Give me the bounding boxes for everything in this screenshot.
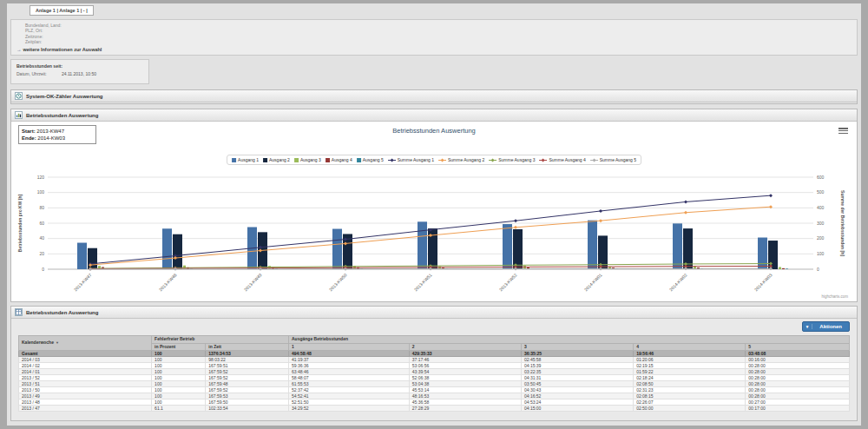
table-cell: 00:16:00 [746, 357, 850, 363]
x-tick-label: 2014-KW03 [753, 272, 773, 292]
y-right-tick: 300 [817, 221, 825, 226]
x-tick-label: 2013-KW49 [243, 272, 263, 292]
col-subheader: in Prozent [152, 343, 206, 351]
bar[interactable] [779, 267, 781, 269]
table-row: 2014 / 02100167:59:5159:36:3653:06:5604:… [19, 363, 850, 369]
x-tick-label: 2013-KW50 [328, 272, 348, 292]
aktionen-button[interactable]: ▾ Aktionen [802, 321, 850, 332]
table-cell: 19:56:46 [634, 351, 746, 357]
bar[interactable] [588, 221, 597, 269]
table-cell: 02:19:15 [634, 363, 746, 369]
series-marker[interactable] [514, 226, 517, 229]
y-right-tick: 400 [817, 205, 825, 210]
x-tick-label: 2013-KW51 [413, 272, 433, 292]
y-left-tick: 40 [39, 235, 44, 241]
bar[interactable] [768, 241, 778, 269]
table-cell: 00:28:00 [746, 375, 850, 381]
table-cell: 04:16:52 [521, 393, 633, 399]
bar[interactable] [503, 224, 512, 269]
table-cell: Gesamt [19, 351, 152, 357]
table-cell: 54:52:41 [289, 393, 410, 399]
section-system-ok-title: System-OK-Zähler Auswertung [26, 94, 102, 99]
table-cell: 04:53:24 [521, 399, 633, 406]
table-cell: 01:20:06 [634, 357, 746, 363]
series-marker[interactable] [769, 194, 773, 197]
table-row-gesamt: Gesamt1001376:34:53494:58:48429:35:3336:… [19, 351, 850, 357]
table-cell: 02:50:00 [634, 406, 746, 412]
tab-anlage[interactable]: Anlage 1 | Anlage 1 | - | [30, 5, 94, 16]
table-cell: 00:28:00 [746, 369, 850, 375]
bar[interactable] [88, 248, 97, 269]
series-marker[interactable] [514, 219, 517, 222]
chart-credit[interactable]: highcharts.com [821, 294, 848, 299]
since-label: Datum, Uhrzeit: [16, 71, 47, 76]
col-header-kalenderwoche[interactable]: Kalenderwoche▼ [19, 336, 152, 351]
y-right-tick: 200 [817, 235, 825, 241]
table-cell: 00:27:00 [746, 399, 850, 406]
table-cell: 41:19:37 [289, 357, 410, 363]
sort-icon: ▼ [56, 340, 59, 345]
table-cell: 102:33:54 [206, 406, 289, 412]
table-cell: 61.1 [152, 406, 206, 412]
table-row: 2013 / 52100167:59:5258:48:0752:06:3804:… [19, 375, 850, 381]
table-cell: 04:30:43 [521, 387, 633, 393]
bar[interactable] [77, 243, 87, 269]
series-marker[interactable] [684, 200, 687, 203]
bar[interactable] [332, 229, 342, 269]
y-left-tick: 20 [39, 251, 44, 256]
table-cell: 167:59:52 [206, 387, 289, 393]
table-cell: 2013 / 48 [19, 399, 152, 406]
col-subheader: 3 [521, 343, 633, 351]
series-marker[interactable] [684, 211, 687, 214]
table-cell: 100 [152, 387, 206, 393]
table-cell: 2013 / 50 [19, 387, 152, 393]
col-group-ausgaenge: Ausgänge Betriebsstunden [289, 336, 850, 344]
col-subheader: in Zeit [206, 343, 289, 351]
section-system-ok-header[interactable]: System-OK-Zähler Auswertung [11, 90, 857, 102]
col-subheader: 2 [409, 343, 521, 351]
table-cell: 03:22:35 [521, 369, 633, 375]
table-cell: 36:35:25 [521, 351, 633, 357]
table-cell: 01:59:22 [634, 369, 746, 375]
x-tick-label: 2013-KW52 [498, 272, 518, 292]
table-cell: 2014 / 01 [19, 369, 152, 375]
bar[interactable] [173, 234, 182, 269]
bar[interactable] [673, 223, 682, 269]
app-frame: Anlage 1 | Anlage 1 | - | Bundesland, La… [7, 3, 861, 426]
series-marker[interactable] [599, 209, 602, 213]
section-table-header[interactable]: Betriebsstunden Auswertung [11, 307, 857, 319]
bar[interactable] [513, 229, 523, 269]
table-cell: 100 [152, 375, 206, 381]
table-body: ▾ Aktionen Kalenderwoche▼Fehlerfreier Be… [11, 319, 857, 420]
col-subheader: 1 [289, 343, 410, 351]
bar[interactable] [418, 221, 427, 269]
bar[interactable] [782, 268, 785, 269]
section-chart-header[interactable]: Betriebsstunden Auswertung [11, 109, 857, 122]
table-cell: 02:18:24 [634, 375, 746, 381]
table-cell: 100 [152, 357, 206, 363]
table-row: 2013 / 49100167:59:5354:52:4148:16:5304:… [19, 393, 850, 399]
table-row: 2014 / 01100167:59:5263:48:4643:39:5403:… [19, 369, 850, 375]
x-tick-label: 2014-KW01 [583, 272, 603, 292]
series-marker[interactable] [599, 219, 602, 222]
bar[interactable] [786, 268, 788, 269]
table-row: 2013 / 50100167:59:5252:37:4245:53:1404:… [19, 387, 850, 393]
bar[interactable] [162, 228, 172, 269]
bar[interactable] [683, 228, 693, 269]
table-row: 2013 / 4761.1102:33:5434:29:5227:28:2904… [19, 406, 850, 412]
more-info-label: weitere Informationen zur Auswahl [23, 47, 102, 52]
y-left-tick: 0 [42, 267, 44, 272]
table-cell: 00:17:00 [746, 406, 850, 412]
bar[interactable] [758, 238, 767, 269]
table-cell: 00:28:00 [746, 381, 850, 387]
x-tick-label: 2013-KW48 [158, 272, 178, 292]
since-title: Betriebsstunden seit: [16, 63, 62, 69]
since-value: 24.11.2013, 10:50 [62, 71, 96, 76]
table-cell: 04:15:39 [521, 363, 633, 369]
more-info-link[interactable]: →weitere Informationen zur Auswahl [16, 47, 102, 52]
table-cell: 100 [152, 393, 206, 399]
table-cell: 04:15:00 [521, 406, 633, 412]
y-left-tick: 80 [39, 205, 44, 210]
table-icon [15, 308, 23, 316]
table-cell: 00:28:00 [746, 393, 850, 399]
